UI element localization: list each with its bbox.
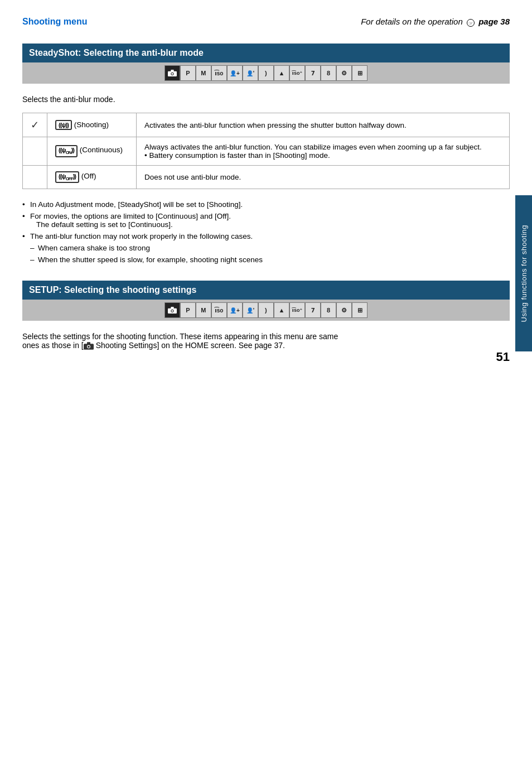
option-desc-continuous: Always activates the anti-blur function.… xyxy=(137,137,510,166)
steadyshot-icon-bar: P M ı͡so 👤+ 👤' ) ▲ ı͡so⁺ 7̄ 8 ⚙ ⊞ xyxy=(22,62,510,84)
setup-icon-gear: ⚙ xyxy=(336,302,352,318)
option-icon-off: ((ψOFF)) (Off) xyxy=(47,166,137,189)
steadyshot-desc: Selects the anti-blur mode. xyxy=(22,95,510,104)
note-3: The anti-blur function may not work prop… xyxy=(22,232,510,240)
option-desc-off: Does not use anti-blur mode. xyxy=(137,166,510,189)
setup-icon-landscape: ▲ xyxy=(274,302,289,318)
page-number: 51 xyxy=(496,350,510,364)
setup-icon-zoom: 7̄ xyxy=(305,302,321,318)
table-row: ✓ ((ψ)) (Shooting) Activates the anti-bl… xyxy=(23,113,510,137)
note-2: For movies, the options are limited to [… xyxy=(22,212,510,229)
icon-p: P xyxy=(180,65,196,81)
svg-rect-5 xyxy=(171,307,173,308)
icon-person-tick: 👤' xyxy=(243,65,258,81)
setup-icon-person-tick: 👤' xyxy=(243,302,258,318)
icon-camera xyxy=(165,65,180,81)
setup-icon-camera xyxy=(165,302,180,318)
option-desc-shooting: Activates the anti-blur function when pr… xyxy=(137,113,510,137)
icon-iso: ı͡so xyxy=(211,65,227,81)
reference-icon: ☞ xyxy=(467,19,475,27)
option-icon-shooting: ((ψ)) (Shooting) xyxy=(47,113,137,137)
setup-icon-grid: ⊞ xyxy=(352,302,367,318)
icon-m: M xyxy=(196,65,211,81)
icon-crescent: ) xyxy=(258,65,274,81)
page-reference: For details on the operation ☞ page 38 xyxy=(361,17,510,26)
setup-icon-8: 8 xyxy=(321,302,336,318)
icon-grid: ⊞ xyxy=(352,65,367,81)
svg-rect-1 xyxy=(171,70,173,71)
page-header: Shooting menu For details on the operati… xyxy=(22,17,510,27)
icon-person-plus: 👤+ xyxy=(227,65,243,81)
setup-icon-iso-plus: ı͡so⁺ xyxy=(289,302,305,318)
option-icon-continuous: ((ψON)) (Continuous) xyxy=(47,137,137,166)
table-row: ((ψOFF)) (Off) Does not use anti-blur mo… xyxy=(23,166,510,189)
svg-point-7 xyxy=(171,310,173,312)
svg-point-3 xyxy=(171,73,173,75)
steadyshot-notes: In Auto Adjustment mode, [SteadyShot] wi… xyxy=(22,200,510,264)
setup-section: SETUP: Selecting the shooting settings P… xyxy=(22,281,510,350)
note-5: When the shutter speed is slow, for exam… xyxy=(22,255,510,264)
section-title: Shooting menu xyxy=(22,17,87,27)
setup-icon-bar: P M ı͡so 👤+ 👤' ) ▲ ı͡so⁺ 7̄ 8 ⚙ ⊞ xyxy=(22,300,510,321)
table-row: ((ψON)) (Continuous) Always activates th… xyxy=(23,137,510,166)
setup-icon-m: M xyxy=(196,302,211,318)
right-sidebar: Using functions for shooting xyxy=(515,195,532,351)
icon-8: 8 xyxy=(321,65,336,81)
setup-icon-crescent: ) xyxy=(258,302,274,318)
icon-iso-plus: ı͡so⁺ xyxy=(289,65,305,81)
setup-icon-p: P xyxy=(180,302,196,318)
svg-rect-9 xyxy=(87,343,90,345)
setup-icon-person-plus: 👤+ xyxy=(227,302,243,318)
sidebar-label: Using functions for shooting xyxy=(520,225,528,322)
icon-gear: ⚙ xyxy=(336,65,352,81)
steadyshot-options-table: ✓ ((ψ)) (Shooting) Activates the anti-bl… xyxy=(22,113,510,189)
setup-icon-iso: ı͡so xyxy=(211,302,227,318)
icon-zoom: 7̄ xyxy=(305,65,321,81)
note-4: When camera shake is too strong xyxy=(22,244,510,252)
setup-title: SETUP: Selecting the shooting settings xyxy=(22,281,510,300)
steadyshot-section: SteadyShot: Selecting the anti-blur mode… xyxy=(22,44,510,264)
note-1: In Auto Adjustment mode, [SteadyShot] wi… xyxy=(22,200,510,209)
check-cell: ✓ xyxy=(23,113,47,137)
icon-landscape: ▲ xyxy=(274,65,289,81)
setup-desc: Selects the settings for the shooting fu… xyxy=(22,332,510,350)
steadyshot-title: SteadyShot: Selecting the anti-blur mode xyxy=(22,44,510,62)
check-cell-off xyxy=(23,166,47,189)
check-cell-continuous xyxy=(23,137,47,166)
svg-point-11 xyxy=(88,346,90,348)
